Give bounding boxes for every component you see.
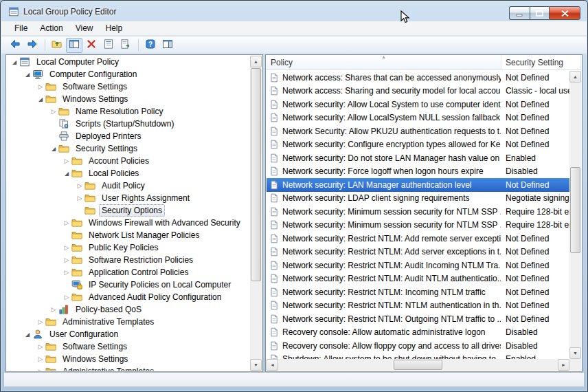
policy-row[interactable]: Network security: Restrict NTLM: Incomin… xyxy=(267,285,569,299)
policy-row[interactable]: Network security: Force logoff when logo… xyxy=(267,165,569,179)
tree-item-software-settings[interactable]: ▷Software Settings xyxy=(7,340,250,353)
expander-collapsed-icon[interactable]: ▷ xyxy=(36,83,45,90)
expander-collapsed-icon[interactable]: ▷ xyxy=(36,356,45,362)
expander-collapsed-icon[interactable]: ▷ xyxy=(36,368,45,371)
tree-vertical-scrollbar[interactable]: ▲ ▼ xyxy=(250,56,262,371)
tree-item-windows-settings[interactable]: ◢Windows Settings xyxy=(7,93,250,105)
expander-expanded-icon[interactable]: ◢ xyxy=(36,96,45,102)
expander-expanded-icon[interactable]: ◢ xyxy=(49,146,58,152)
list-vertical-scrollbar[interactable]: ▲ ▼ xyxy=(569,71,581,359)
column-header-policy[interactable]: ▲ Policy xyxy=(267,55,501,69)
tree-item-deployed-printers[interactable]: Deployed Printers xyxy=(7,130,250,142)
tree-item-account-policies[interactable]: ▷Account Policies xyxy=(7,155,250,167)
tree-item-advanced-audit-policy-configuration[interactable]: ▷Advanced Audit Policy Configuration xyxy=(7,291,250,303)
expander-collapsed-icon[interactable]: ▷ xyxy=(62,219,71,226)
tree-item-application-control-policies[interactable]: ▷Application Control Policies xyxy=(7,266,250,279)
policy-row[interactable]: Network security: Restrict NTLM: Add ser… xyxy=(267,246,569,259)
policy-row[interactable]: Network access: Sharing and security mod… xyxy=(267,85,569,98)
policy-row[interactable]: Network security: Minimum session securi… xyxy=(267,205,569,219)
expander-collapsed-icon[interactable]: ▷ xyxy=(49,306,58,313)
expander-collapsed-icon[interactable]: ▷ xyxy=(75,195,84,202)
expander-expanded-icon[interactable]: ◢ xyxy=(23,331,32,338)
maximize-button[interactable] xyxy=(530,6,549,20)
menu-action[interactable]: Action xyxy=(34,22,69,34)
expander-collapsed-icon[interactable]: ▷ xyxy=(62,244,71,251)
expander-collapsed-icon[interactable]: ▷ xyxy=(36,318,45,325)
delete-button[interactable] xyxy=(83,38,100,53)
show-action-pane-button[interactable] xyxy=(159,38,176,53)
policy-row[interactable]: Network security: Minimum session securi… xyxy=(267,219,569,232)
tree-item-user-configuration[interactable]: ◢User Configuration xyxy=(7,328,250,340)
tree-item-computer-configuration[interactable]: ◢Computer Configuration xyxy=(7,68,250,80)
tree-item-public-key-policies[interactable]: ▷Public Key Policies xyxy=(7,241,250,254)
tree-item-user-rights-assignment[interactable]: ▷User Rights Assignment xyxy=(7,192,250,204)
back-button[interactable] xyxy=(7,38,23,53)
scroll-right-icon[interactable]: ► xyxy=(558,359,569,371)
tree-item-audit-policy[interactable]: ▷Audit Policy xyxy=(7,179,250,192)
show-console-tree-button[interactable] xyxy=(66,38,82,53)
menu-help[interactable]: Help xyxy=(100,22,129,34)
column-header-security-setting[interactable]: Security Setting xyxy=(501,55,581,69)
expander-expanded-icon[interactable]: ◢ xyxy=(10,59,19,65)
tree-item-name-resolution-policy[interactable]: ▷Name Resolution Policy xyxy=(7,105,250,118)
tree-item-software-restriction-policies[interactable]: ▷Software Restriction Policies xyxy=(7,254,250,266)
expander-collapsed-icon[interactable]: ▷ xyxy=(75,182,84,189)
policy-row[interactable]: Shutdown: Allow system to be shut down w… xyxy=(267,353,569,360)
policy-row[interactable]: Network security: LDAP client signing re… xyxy=(267,192,569,206)
policy-row[interactable]: Network security: Configure encryption t… xyxy=(267,138,569,152)
scroll-down-icon[interactable]: ▼ xyxy=(250,359,262,371)
tree-item-security-settings[interactable]: ◢Security Settings xyxy=(7,142,250,155)
expander-collapsed-icon[interactable]: ▷ xyxy=(49,108,58,115)
policy-row[interactable]: Network security: Restrict NTLM: Audit N… xyxy=(267,272,569,286)
policy-row[interactable]: Recovery console: Allow automatic admini… xyxy=(267,326,569,340)
tree-item-scripts-startup-shutdown[interactable]: Scripts (Startup/Shutdown) xyxy=(7,118,250,130)
tree-item-policy-based-qos[interactable]: ▷Policy-based QoS xyxy=(7,303,250,316)
close-button[interactable] xyxy=(549,6,580,20)
list-scrollbar-thumb[interactable] xyxy=(570,167,580,253)
scroll-up-icon[interactable]: ▲ xyxy=(250,56,262,67)
expander-expanded-icon[interactable]: ◢ xyxy=(23,72,32,78)
list-hscrollbar-thumb[interactable] xyxy=(394,360,442,370)
policy-row[interactable]: Recovery console: Allow floppy copy and … xyxy=(267,339,569,353)
tree-item-network-list-manager-policies[interactable]: Network List Manager Policies xyxy=(7,229,250,241)
expander-collapsed-icon[interactable]: ▷ xyxy=(62,269,71,276)
scroll-down-icon[interactable]: ▼ xyxy=(569,347,581,359)
tree-item-local-computer-policy[interactable]: ◢Local Computer Policy xyxy=(7,56,250,68)
tree-scrollbar-thumb[interactable] xyxy=(251,68,261,281)
tree-item-software-settings[interactable]: ▷Software Settings xyxy=(7,80,250,93)
up-one-level-button[interactable] xyxy=(49,38,65,53)
minimize-button[interactable] xyxy=(509,6,530,20)
help-button[interactable]: ? xyxy=(142,38,159,53)
properties-button[interactable] xyxy=(100,38,117,53)
policy-row[interactable]: Network security: LAN Manager authentica… xyxy=(267,178,569,192)
expander-collapsed-icon[interactable]: ▷ xyxy=(62,157,71,164)
policy-row[interactable]: Network security: Restrict NTLM: Audit I… xyxy=(267,259,569,272)
menu-file[interactable]: File xyxy=(8,22,34,34)
policy-row[interactable]: Network security: Allow Local System to … xyxy=(267,98,569,111)
tree-item-windows-firewall-with-advanced-security[interactable]: ▷Windows Firewall with Advanced Security xyxy=(7,217,250,229)
expander-expanded-icon[interactable]: ◢ xyxy=(62,171,71,177)
policy-row[interactable]: Network security: Do not store LAN Manag… xyxy=(267,151,569,165)
list-horizontal-scrollbar[interactable]: ◄ ► xyxy=(267,359,569,371)
expander-collapsed-icon[interactable]: ▷ xyxy=(36,343,45,350)
policy-row[interactable]: Network security: Restrict NTLM: NTLM au… xyxy=(267,299,569,313)
policy-row[interactable]: Network security: Restrict NTLM: Outgoin… xyxy=(267,312,569,326)
menu-view[interactable]: View xyxy=(69,22,100,34)
titlebar[interactable]: Local Group Policy Editor xyxy=(1,1,587,21)
policy-row[interactable]: Network access: Shares that can be acces… xyxy=(267,71,569,85)
tree-item-administrative-templates[interactable]: ▷Administrative Templates xyxy=(7,365,250,371)
scroll-left-icon[interactable]: ◄ xyxy=(267,359,278,371)
scroll-up-icon[interactable]: ▲ xyxy=(569,71,581,83)
tree-item-ip-security-policies-on-local-computer[interactable]: IP Security Policies on Local Computer xyxy=(7,279,250,291)
policy-row[interactable]: Network security: Restrict NTLM: Add rem… xyxy=(267,232,569,246)
expander-collapsed-icon[interactable]: ▷ xyxy=(62,257,71,263)
expander-collapsed-icon[interactable]: ▷ xyxy=(62,294,71,301)
tree-item-windows-settings[interactable]: ▷Windows Settings xyxy=(7,353,250,365)
tree-item-administrative-templates[interactable]: ▷Administrative Templates xyxy=(7,316,250,328)
tree-item-security-options[interactable]: Security Options xyxy=(7,204,250,217)
export-list-button[interactable] xyxy=(117,38,134,53)
policy-row[interactable]: Network security: Allow LocalSystem NULL… xyxy=(267,111,569,125)
forward-button[interactable] xyxy=(24,38,41,53)
tree-item-local-policies[interactable]: ◢Local Policies xyxy=(7,167,250,179)
policy-row[interactable]: Network Security: Allow PKU2U authentica… xyxy=(267,124,569,138)
